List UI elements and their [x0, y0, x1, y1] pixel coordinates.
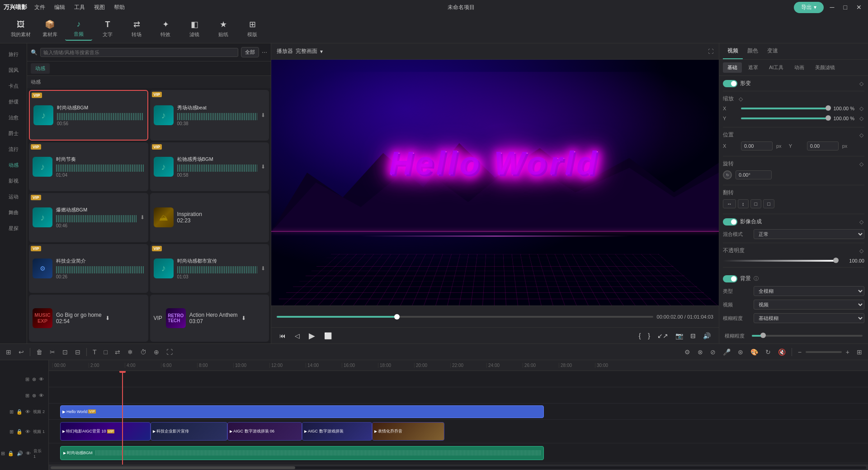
prev-frame-button[interactable]: ◁: [292, 331, 302, 340]
tl-keyframe-button[interactable]: ⊗: [695, 348, 705, 357]
v1-clip-3[interactable]: ▶ AIGC 数字游戏拼装: [302, 422, 372, 441]
tl-split-button[interactable]: ⊕: [151, 348, 161, 357]
extract-button[interactable]: ↙↗: [655, 331, 671, 340]
volume-button[interactable]: 🔊: [700, 331, 713, 340]
tl-undo-button[interactable]: ↩: [16, 348, 26, 357]
scale-x-diamond[interactable]: ◇: [858, 105, 864, 112]
tool-text[interactable]: T 文字: [94, 17, 121, 41]
music-card-7[interactable]: VIP ⚙ 科技企业简介 00:26: [29, 244, 148, 293]
track-2-link[interactable]: ⊗: [31, 392, 37, 399]
subtab-basic[interactable]: 基础: [723, 62, 742, 73]
tab-color[interactable]: 颜色: [743, 43, 763, 59]
rotation-diamond-button[interactable]: ◇: [858, 161, 864, 167]
download-icon-5[interactable]: ⬇: [140, 214, 145, 221]
tl-delete-button[interactable]: 🗑: [34, 348, 45, 357]
scale-x-slider[interactable]: [741, 108, 828, 109]
tl-settings-button[interactable]: ⚙: [682, 348, 693, 357]
menu-tools[interactable]: 工具: [71, 3, 89, 12]
v1-clip-0[interactable]: ▶ 特幻电影AIGC背景 10 VIP: [60, 422, 151, 441]
music-card-5[interactable]: VIP ♪ 爆燃动感BGM 00:46 ⬇: [29, 193, 148, 242]
download-icon-2[interactable]: ⬇: [261, 112, 265, 118]
flip-3-button[interactable]: □: [750, 199, 762, 208]
blend-toggle[interactable]: [723, 218, 737, 226]
track-v1-add[interactable]: ⊞: [9, 428, 14, 435]
minimize-button[interactable]: ─: [827, 3, 837, 12]
tl-rect-button[interactable]: □: [102, 348, 110, 357]
play-button[interactable]: ▶: [306, 330, 318, 342]
track-1-link[interactable]: ⊗: [31, 376, 37, 383]
stop-button[interactable]: ⬜: [321, 331, 335, 340]
shape-toggle[interactable]: [723, 80, 737, 87]
bg-video-select[interactable]: 视频: [754, 300, 864, 310]
tl-reverse-button[interactable]: ⇄: [113, 348, 123, 357]
scale-y-slider[interactable]: [741, 118, 828, 119]
tl-marker-button[interactable]: ⊘: [708, 348, 718, 357]
tab-video[interactable]: 视频: [723, 43, 743, 59]
tl-text-button[interactable]: T: [90, 348, 99, 357]
tl-audio-extract-button[interactable]: ⊛: [736, 348, 745, 357]
mark-in-button[interactable]: {: [636, 331, 644, 340]
track-a1-vol[interactable]: 🔊: [16, 450, 24, 457]
rotation-wheel[interactable]: ↻: [723, 170, 732, 179]
menu-help[interactable]: 帮助: [110, 3, 128, 12]
tl-rotate-button[interactable]: ↻: [763, 348, 773, 357]
cat-shuhe[interactable]: 舒缓: [2, 95, 25, 109]
track-2-eye[interactable]: 👁: [38, 392, 45, 399]
more-options-icon[interactable]: ⋯: [262, 49, 267, 56]
v1-clip-2[interactable]: ▶ AIGC 数字游戏拼装 06: [227, 422, 302, 441]
tool-filter[interactable]: ◧ 滤镜: [181, 17, 208, 41]
pos-x-input[interactable]: [741, 141, 773, 150]
zoom-slider[interactable]: [806, 351, 842, 353]
track-v2-lock[interactable]: 🔒: [15, 409, 24, 415]
track-a1-lock[interactable]: 🔒: [7, 450, 15, 457]
snapshot-button[interactable]: 📷: [673, 331, 686, 340]
export-button[interactable]: 导出 ▾: [794, 2, 824, 13]
cat-yundong[interactable]: 运动: [2, 190, 25, 204]
cat-guofeng[interactable]: 国风: [2, 63, 25, 77]
maximize-button[interactable]: □: [841, 3, 850, 12]
track-a1-eye[interactable]: 👁: [25, 450, 32, 457]
search-filter-button[interactable]: 全部: [241, 47, 259, 57]
download-icon-8[interactable]: ⬇: [261, 265, 265, 272]
cat-jazz[interactable]: 爵士: [2, 127, 25, 141]
mark-out-button[interactable]: }: [645, 331, 653, 340]
cat-travel[interactable]: 旅行: [2, 47, 25, 61]
scrollbar-track[interactable]: [51, 466, 866, 469]
cat-kadian[interactable]: 卡点: [2, 79, 25, 93]
menu-edit[interactable]: 编辑: [51, 3, 69, 12]
download-icon-4[interactable]: ⬇: [261, 164, 265, 170]
track-1-eye[interactable]: 👁: [38, 376, 45, 383]
music-search-input[interactable]: [40, 48, 238, 57]
tl-speed-button[interactable]: ⏱: [138, 348, 149, 357]
blend-mode-select[interactable]: 正常: [754, 229, 864, 239]
tl-mute-button[interactable]: 🔇: [776, 348, 788, 357]
subtab-animation[interactable]: 动画: [790, 62, 809, 73]
music-card-9[interactable]: MUSICEXP Go Big or go home 02:54 ⬇: [29, 295, 148, 342]
tl-fullscreen-button[interactable]: ⛶: [164, 348, 175, 357]
flip-4-button[interactable]: □: [763, 199, 774, 208]
tool-template[interactable]: ⊞ 模版: [239, 17, 266, 41]
bg-blur-select[interactable]: 基础模糊: [754, 313, 864, 323]
scale-diamond-button[interactable]: ◇: [737, 96, 744, 102]
tool-library[interactable]: 📦 素材库: [36, 17, 63, 41]
tl-freeze-button[interactable]: ❄: [125, 348, 135, 357]
cat-zhiyu[interactable]: 治愈: [2, 111, 25, 125]
music-card-10[interactable]: VIP RETROTECH Action Hero Anthem 03:07 ⬇: [150, 295, 269, 342]
tl-crop-button[interactable]: ⊡: [60, 348, 70, 357]
music-card-1[interactable]: VIP ♪ 时尚动感BGM 00:56: [29, 90, 148, 141]
track-v2-add[interactable]: ⊞: [9, 409, 14, 415]
bg-type-select[interactable]: 全模糊: [754, 286, 864, 296]
blend-diamond-button[interactable]: ◇: [858, 219, 864, 225]
tool-sticker[interactable]: ★ 贴纸: [210, 17, 237, 41]
opacity-diamond-button[interactable]: ◇: [858, 248, 864, 254]
tl-mic-button[interactable]: 🎤: [721, 348, 733, 357]
menu-view[interactable]: 视图: [90, 3, 108, 12]
music-card-2[interactable]: VIP ♪ 秀场动感beat 00:38 ⬇: [150, 90, 269, 141]
scale-y-diamond[interactable]: ◇: [858, 115, 864, 122]
pos-y-input[interactable]: [807, 141, 839, 150]
rotation-input[interactable]: [736, 170, 772, 179]
v1-clip-1[interactable]: ▶ 科技企业影片宣传: [151, 422, 227, 441]
play-mode-selector[interactable]: 播放器 完整画面 ▾: [277, 47, 323, 55]
subtab-mask[interactable]: 遮罩: [744, 62, 763, 73]
playhead[interactable]: [122, 371, 123, 465]
